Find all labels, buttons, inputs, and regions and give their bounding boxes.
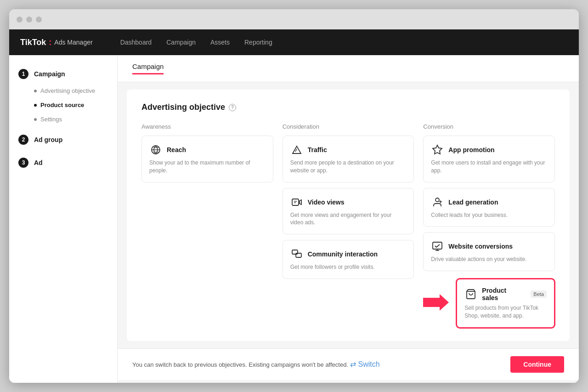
maximize-button[interactable]	[36, 17, 42, 23]
main-layout: 1 Campaign Advertising objective Product…	[9, 55, 579, 383]
sidebar-step-adgroup[interactable]: 2 Ad group	[9, 130, 117, 149]
sidebar-settings-label: Settings	[40, 116, 62, 123]
sidebar-step-campaign[interactable]: 1 Campaign	[9, 64, 117, 84]
sidebar-item-advertising-objective[interactable]: Advertising objective	[9, 84, 117, 98]
window-titlebar	[9, 9, 579, 29]
logo: TikTok: Ads Manager	[20, 38, 93, 47]
svg-rect-3	[292, 199, 299, 205]
footer-bar: You can switch back to previous objectiv…	[118, 348, 579, 380]
community-icon	[290, 248, 303, 261]
svg-marker-1	[293, 146, 301, 153]
product-sales-card-header: Product sales Beta	[464, 287, 547, 301]
app-promotion-desc: Get more users to install and engage wit…	[431, 159, 547, 175]
dot-icon	[34, 90, 37, 92]
sidebar-item-product-source[interactable]: Product source	[9, 98, 117, 112]
app-promotion-card[interactable]: App promotion Get more users to install …	[423, 136, 555, 182]
sidebar-ad-label: Ad	[34, 159, 43, 166]
sidebar-step-ad[interactable]: 3 Ad	[9, 153, 117, 172]
arrow-container	[423, 293, 449, 313]
product-sales-card[interactable]: Product sales Beta Sell products from yo…	[456, 278, 555, 328]
sidebar-campaign-label: Campaign	[34, 70, 65, 78]
sidebar: 1 Campaign Advertising objective Product…	[9, 55, 118, 383]
sidebar-product-source-label: Product source	[40, 102, 84, 108]
video-icon	[290, 196, 303, 209]
section-title: Advertising objective ?	[141, 102, 555, 112]
switch-icon: ⇄	[350, 360, 356, 369]
reach-title: Reach	[167, 146, 186, 153]
conversion-header: Conversion	[423, 123, 555, 130]
svg-marker-9	[433, 145, 442, 154]
svg-marker-4	[300, 200, 301, 205]
website-icon	[431, 240, 444, 253]
traffic-card[interactable]: Traffic Send more people to a destinatio…	[283, 136, 414, 182]
traffic-card-header: Traffic	[290, 143, 407, 156]
campaign-header: Campaign	[118, 55, 579, 82]
logo-subtitle: Ads Manager	[54, 39, 92, 46]
website-conversions-title: Website conversions	[448, 243, 513, 250]
minimize-button[interactable]	[26, 17, 32, 23]
lead-generation-card[interactable]: Lead generation Collect leads for your b…	[423, 188, 555, 227]
lead-generation-card-header: Lead generation	[431, 196, 547, 209]
content-area: Campaign Advertising objective ? Awarene…	[118, 55, 579, 383]
app-promotion-card-header: App promotion	[431, 143, 547, 156]
traffic-title: Traffic	[308, 146, 327, 153]
switch-link[interactable]: ⇄ Switch	[350, 360, 379, 369]
product-sales-desc: Sell products from your TikTok Shop, web…	[464, 304, 547, 320]
switch-label[interactable]: Switch	[358, 360, 379, 369]
objectives-grid: Awareness	[141, 123, 555, 328]
video-views-title: Video views	[308, 199, 345, 206]
svg-marker-15	[423, 294, 449, 311]
sidebar-adgroup-label: Ad group	[34, 136, 62, 143]
reach-card-header: Reach	[149, 143, 266, 156]
video-views-card[interactable]: Video views Get more views and engagemen…	[283, 188, 414, 235]
section-title-text: Advertising objective	[141, 102, 225, 112]
conversion-column: Conversion App promotion	[423, 123, 555, 328]
product-icon	[464, 288, 477, 301]
reach-desc: Show your ad to the maximum number of pe…	[149, 159, 266, 175]
step-number-3: 3	[18, 158, 28, 168]
svg-rect-13	[433, 242, 442, 249]
awareness-header: Awareness	[141, 123, 273, 130]
dot-icon	[34, 118, 37, 121]
nav-reporting[interactable]: Reporting	[244, 39, 272, 46]
nav-assets[interactable]: Assets	[210, 39, 230, 46]
footer-switch-text: You can switch back to previous objectiv…	[132, 361, 348, 368]
top-navigation: TikTok: Ads Manager Dashboard Campaign A…	[9, 29, 579, 55]
traffic-icon	[290, 143, 303, 156]
beta-badge: Beta	[531, 290, 547, 298]
close-button[interactable]	[17, 17, 23, 23]
continue-button[interactable]: Continue	[510, 356, 564, 373]
sidebar-advertising-objective-label: Advertising objective	[40, 87, 95, 94]
lead-icon	[431, 196, 444, 209]
campaign-tab[interactable]: Campaign	[132, 62, 164, 74]
consideration-header: Consideration	[283, 123, 414, 130]
traffic-desc: Send more people to a destination on you…	[290, 159, 407, 175]
awareness-column: Awareness	[141, 123, 273, 328]
logo-tiktok: TikTok	[20, 38, 46, 47]
reach-icon	[149, 143, 162, 156]
website-conversions-card[interactable]: Website conversions Drive valuable actio…	[423, 232, 555, 271]
nav-links: Dashboard Campaign Assets Reporting	[120, 39, 272, 46]
svg-line-2	[295, 149, 297, 152]
sidebar-item-settings[interactable]: Settings	[9, 112, 117, 126]
step-number-2: 2	[18, 135, 28, 145]
product-sales-title: Product sales	[482, 287, 523, 301]
dot-icon	[34, 104, 37, 107]
reach-card[interactable]: Reach Show your ad to the maximum number…	[141, 136, 273, 182]
nav-dashboard[interactable]: Dashboard	[120, 39, 152, 46]
consideration-column: Consideration Traffic	[283, 123, 414, 328]
community-desc: Get more followers or profile visits.	[290, 263, 407, 271]
video-views-card-header: Video views	[290, 196, 407, 209]
footer-text-container: You can switch back to previous objectiv…	[132, 360, 380, 369]
community-title: Community interaction	[308, 250, 378, 258]
nav-campaign[interactable]: Campaign	[166, 39, 196, 46]
help-icon[interactable]: ?	[229, 104, 236, 111]
advertising-objective-section: Advertising objective ? Awareness	[127, 90, 570, 341]
step-number-1: 1	[18, 69, 28, 79]
product-sales-row: Product sales Beta Sell products from yo…	[423, 278, 555, 328]
website-conversions-desc: Drive valuable actions on your website.	[431, 256, 547, 263]
video-views-desc: Get more views and engagement for your v…	[290, 211, 407, 227]
app-window: TikTok: Ads Manager Dashboard Campaign A…	[9, 9, 579, 383]
lead-generation-title: Lead generation	[448, 199, 498, 206]
community-interaction-card[interactable]: Community interaction Get more followers…	[283, 240, 414, 279]
